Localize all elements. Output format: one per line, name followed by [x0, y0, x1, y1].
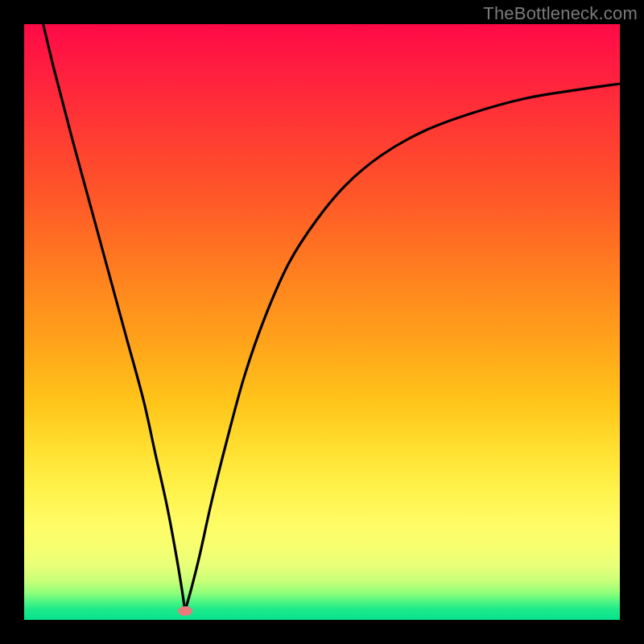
- trough-marker: [178, 606, 192, 616]
- watermark-text: TheBottleneck.com: [483, 3, 638, 24]
- curve-svg: [24, 24, 620, 620]
- plot-area: [24, 24, 620, 620]
- bottleneck-curve-right: [185, 84, 620, 611]
- chart-frame: TheBottleneck.com: [0, 0, 644, 644]
- bottleneck-curve-left: [43, 24, 185, 611]
